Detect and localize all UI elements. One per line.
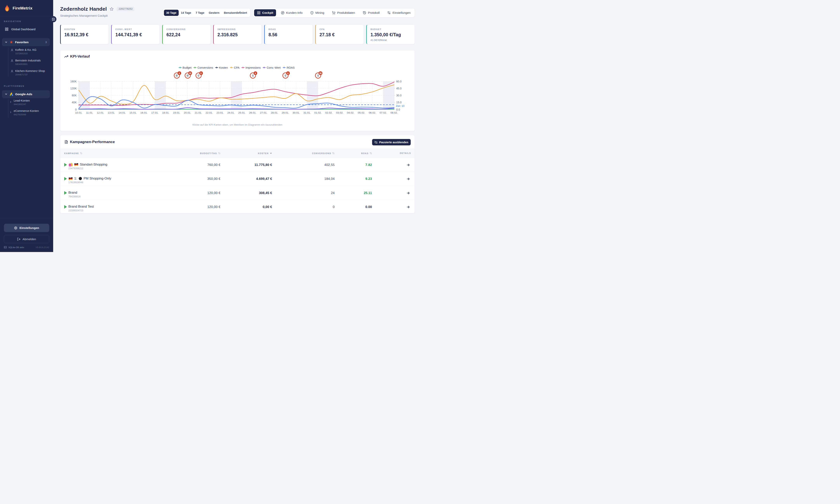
svg-text:25.01.: 25.01. (238, 111, 246, 114)
svg-text:0.0: 0.0 (396, 108, 400, 111)
svg-text:10.01.: 10.01. (75, 111, 83, 114)
svg-text:60.0: 60.0 (396, 80, 402, 83)
svg-text:16.01.: 16.01. (140, 111, 148, 114)
svg-text:07.02.: 07.02. (380, 111, 387, 114)
svg-text:80K: 80K (72, 94, 77, 97)
svg-text:30.01.: 30.01. (293, 111, 300, 114)
svg-text:0: 0 (75, 108, 77, 111)
svg-text:30.0: 30.0 (396, 94, 402, 97)
svg-text:19.01.: 19.01. (173, 111, 180, 114)
svg-text:03.02.: 03.02. (336, 111, 343, 114)
svg-text:01.02.: 01.02. (314, 111, 322, 114)
svg-text:05.02.: 05.02. (358, 111, 365, 114)
svg-text:17.01.: 17.01. (151, 111, 159, 114)
svg-text:15.0: 15.0 (396, 101, 402, 104)
svg-text:Ziel: 10: Ziel: 10 (396, 105, 404, 107)
svg-text:28.01.: 28.01. (271, 111, 278, 114)
svg-text:20.01.: 20.01. (184, 111, 191, 114)
svg-text:26.01.: 26.01. (249, 111, 257, 114)
svg-text:31.01.: 31.01. (303, 111, 311, 114)
svg-text:29.01.: 29.01. (282, 111, 289, 114)
svg-text:12.01.: 12.01. (97, 111, 104, 114)
svg-text:14.01.: 14.01. (119, 111, 126, 114)
svg-text:120K: 120K (70, 87, 77, 90)
svg-text:08.02.: 08.02. (390, 111, 398, 114)
svg-text:02.02.: 02.02. (325, 111, 333, 114)
svg-text:40K: 40K (72, 101, 77, 104)
svg-text:24.01.: 24.01. (227, 111, 235, 114)
svg-text:04.02.: 04.02. (347, 111, 354, 114)
svg-text:15.01.: 15.01. (129, 111, 137, 114)
svg-text:21.01.: 21.01. (195, 111, 202, 114)
svg-text:11.01.: 11.01. (86, 111, 93, 114)
svg-text:23.01.: 23.01. (216, 111, 224, 114)
svg-text:27.01.: 27.01. (260, 111, 267, 114)
svg-text:06.02.: 06.02. (369, 111, 376, 114)
svg-text:18.01.: 18.01. (162, 111, 170, 114)
svg-text:45.0: 45.0 (396, 87, 402, 90)
svg-text:160K: 160K (70, 80, 77, 83)
svg-text:22.01.: 22.01. (206, 111, 213, 114)
svg-text:13.01.: 13.01. (108, 111, 115, 114)
